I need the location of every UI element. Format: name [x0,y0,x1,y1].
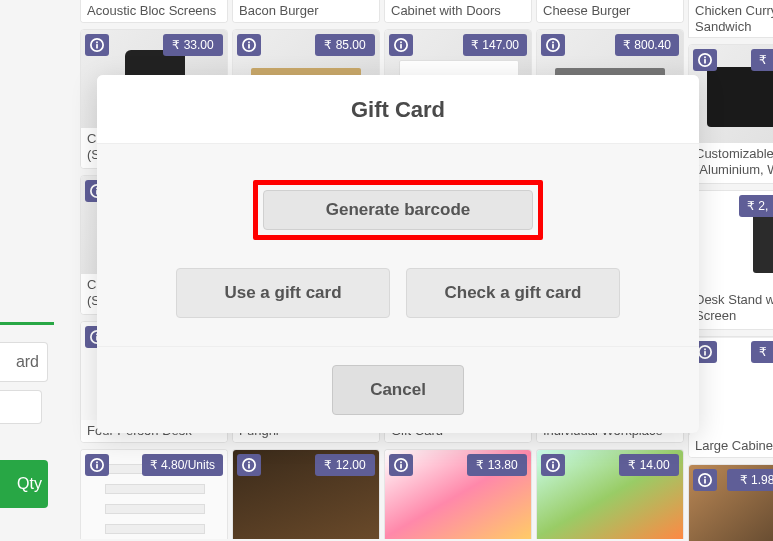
use-gift-card-button[interactable]: Use a gift card [176,268,390,318]
modal-footer: Cancel [97,347,699,433]
modal-title: Gift Card [97,97,699,123]
cancel-button[interactable]: Cancel [332,365,464,415]
generate-barcode-button[interactable]: Generate barcode [263,190,533,230]
gift-card-modal: Gift Card Generate barcode Use a gift ca… [97,75,699,433]
modal-header: Gift Card [97,75,699,144]
modal-button-row: Use a gift card Check a gift card [137,268,659,318]
generate-barcode-highlight: Generate barcode [253,180,543,240]
check-gift-card-button[interactable]: Check a gift card [406,268,620,318]
modal-body: Generate barcode Use a gift card Check a… [97,144,699,347]
